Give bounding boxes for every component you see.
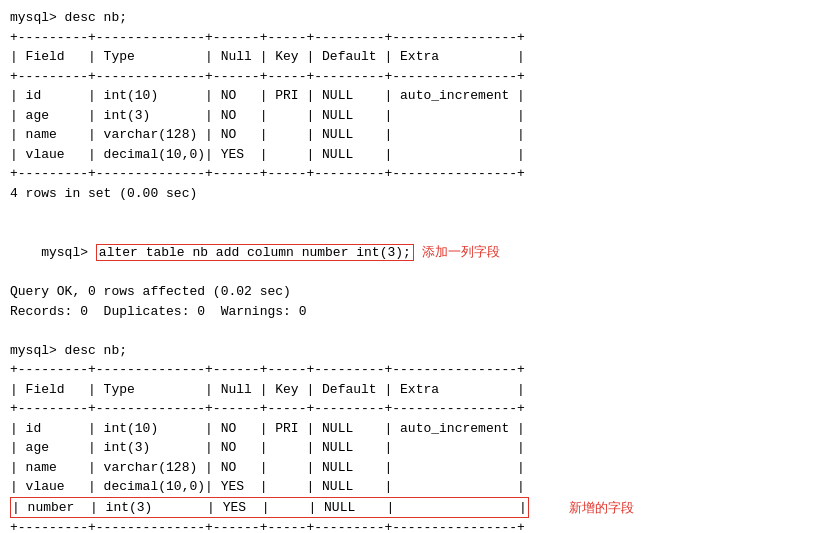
row-age-2: | age | int(3) | NO | | NULL | | [10, 438, 811, 458]
row-id-2: | id | int(10) | NO | PRI | NULL | auto_… [10, 419, 811, 439]
header-row2: | Field | Type | Null | Key | Default | … [10, 380, 811, 400]
row-vlaue-1: | vlaue | decimal(10,0)| YES | | NULL | … [10, 145, 811, 165]
row-vlaue-2: | vlaue | decimal(10,0)| YES | | NULL | … [10, 477, 811, 497]
line-desc1: mysql> desc nb; [10, 8, 811, 28]
row-number-highlighted: | number | int(3) | YES | | NULL | | 新增的… [10, 497, 811, 519]
sep-4: +---------+--------------+------+-----+-… [10, 360, 811, 380]
row-id-1: | id | int(10) | NO | PRI | NULL | auto_… [10, 86, 811, 106]
row-name-1: | name | varchar(128) | NO | | NULL | | [10, 125, 811, 145]
alter-cmd-box: alter table nb add column number int(3); [96, 244, 414, 261]
annotation-add-column: 添加一列字段 [422, 244, 500, 259]
line-desc2: mysql> desc nb; [10, 341, 811, 361]
mysql-prompt: mysql> [41, 245, 96, 260]
blank-1 [10, 203, 811, 223]
sep-3: +---------+--------------+------+-----+-… [10, 164, 811, 184]
blank-2 [10, 321, 811, 341]
sep-1: +---------+--------------+------+-----+-… [10, 28, 811, 48]
records-line: Records: 0 Duplicates: 0 Warnings: 0 [10, 302, 811, 322]
number-row-box: | number | int(3) | YES | | NULL | | [10, 497, 529, 519]
sep-6: +---------+--------------+------+-----+-… [10, 518, 811, 533]
rows4-label: 4 rows in set (0.00 sec) [10, 184, 811, 204]
row-age-1: | age | int(3) | NO | | NULL | | [10, 106, 811, 126]
alter-command-line: mysql> alter table nb add column number … [10, 223, 811, 283]
sep-2: +---------+--------------+------+-----+-… [10, 67, 811, 87]
header-row: | Field | Type | Null | Key | Default | … [10, 47, 811, 67]
annotation-new-field: 新增的字段 [569, 498, 634, 518]
terminal-window: mysql> desc nb; +---------+-------------… [0, 0, 821, 533]
sep-5: +---------+--------------+------+-----+-… [10, 399, 811, 419]
query-ok: Query OK, 0 rows affected (0.02 sec) [10, 282, 811, 302]
row-name-2: | name | varchar(128) | NO | | NULL | | [10, 458, 811, 478]
